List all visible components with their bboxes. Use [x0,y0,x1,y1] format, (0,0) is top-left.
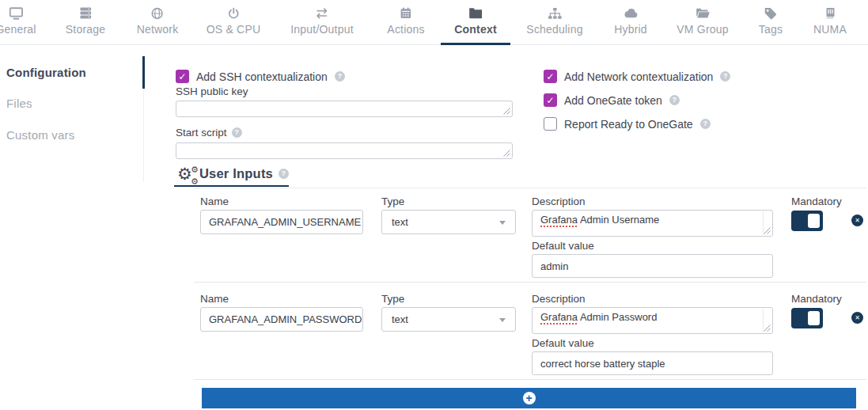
user-inputs-active-underline [174,185,289,187]
add-onegate-token-row: Add OneGate token [544,93,680,107]
default-value-input[interactable]: correct horse battery staple [532,351,773,375]
wizard-tab-bar: General Storage Network OS & CPU Input/O [0,0,868,45]
report-ready-label: Report Ready to OneGate [564,118,693,131]
description-rest: Admin Password [578,311,657,323]
tab-context[interactable]: Context [454,6,497,36]
description-textarea[interactable]: Grafana Admin Username [532,210,773,237]
default-value-input[interactable]: admin [532,254,773,278]
tab-label: Input/Output [290,23,353,36]
type-select[interactable]: text [381,210,516,234]
sidebar-item-configuration[interactable]: Configuration [6,66,86,79]
help-icon[interactable] [279,169,289,179]
user-inputs-title: User Inputs [199,166,289,181]
start-script-textarea[interactable] [176,142,513,159]
tab-storage[interactable]: Storage [66,6,105,36]
description-textarea[interactable]: Grafana Admin Password [532,307,773,334]
help-icon[interactable] [232,127,242,138]
add-onegate-checkbox[interactable] [544,93,557,107]
name-label: Name [200,293,229,305]
add-onegate-label: Add OneGate token [564,94,662,107]
exchange-arrows-icon [290,6,353,21]
toggle-knob [808,214,820,228]
power-icon [207,6,261,21]
type-label: Type [381,196,404,207]
sidebar-item-custom-vars[interactable]: Custom vars [6,128,74,142]
tab-network[interactable]: Network [137,6,179,36]
server-icon [66,6,105,21]
folder-open-icon [677,6,728,21]
sidebar-active-indicator [142,56,145,89]
name-value: GRAFANA_ADMIN_PASSWORD [209,313,362,325]
tab-scheduling[interactable]: Scheduling [526,6,582,36]
tab-label: Storage [66,23,105,36]
mandatory-toggle[interactable] [791,211,823,231]
mandatory-toggle[interactable] [791,308,823,328]
add-ssh-checkbox[interactable] [176,70,189,83]
default-value-label: Default value [532,240,594,252]
tab-actions[interactable]: Actions [387,6,424,36]
type-select[interactable]: text [381,307,516,332]
help-icon[interactable] [700,119,711,129]
add-ssh-contextualization-row: Add SSH contextualization [176,70,345,83]
start-script-label-text: Start script [176,127,227,139]
globe-icon [137,6,179,21]
sidebar-divider [143,89,144,182]
description-label: Description [532,196,586,207]
remove-input-button[interactable] [851,312,863,324]
help-icon[interactable] [720,71,730,82]
report-ready-row: Report Ready to OneGate [544,117,711,131]
sitemap-icon [526,6,582,21]
type-selected-value: text [392,216,408,228]
help-icon[interactable] [669,95,680,105]
add-network-checkbox[interactable] [544,70,557,83]
tab-numa[interactable]: NUMA [813,6,847,36]
add-ssh-label: Add SSH contextualization [196,70,328,83]
start-script-label: Start script [176,127,242,139]
resize-handle-icon[interactable] [764,325,771,332]
description-misspelled-word: Grafana [540,311,578,323]
vm-template-context-page: General Storage Network OS & CPU Input/O [0,0,868,410]
name-input[interactable]: GRAFANA_ADMIN_USERNAME [200,210,363,234]
calendar-icon [387,6,424,21]
tab-label: NUMA [813,23,847,36]
ssh-public-key-label: SSH public key [176,85,248,97]
tab-label: OS & CPU [207,23,261,36]
default-value-label: Default value [532,337,594,349]
tab-os-cpu[interactable]: OS & CPU [207,6,261,36]
type-label: Type [381,293,404,305]
chevron-down-icon [499,221,506,225]
plus-circle-icon [523,392,536,404]
description-rest: Admin Username [578,214,659,226]
tab-hybrid[interactable]: Hybrid [614,6,647,36]
chevron-down-icon [499,318,506,322]
user-input-row: Name GRAFANA_ADMIN_PASSWORD Type text De… [194,291,866,380]
default-value-text: correct horse battery staple [540,358,665,370]
folder-icon [454,6,497,21]
help-icon[interactable] [335,71,345,82]
description-misspelled-word: Grafana [540,214,578,226]
resize-handle-icon[interactable] [503,150,510,157]
type-selected-value: text [392,313,408,325]
user-input-row: Name GRAFANA_ADMIN_USERNAME Type text De… [194,194,866,283]
tab-general[interactable]: General [0,6,36,36]
sidebar-item-files[interactable]: Files [6,97,32,110]
report-ready-checkbox[interactable] [544,117,557,131]
default-value-text: admin [540,260,568,272]
resize-handle-icon[interactable] [764,227,771,234]
description-label: Description [532,293,586,305]
tab-input-output[interactable]: Input/Output [290,6,353,36]
tab-label: VM Group [677,23,728,36]
resize-handle-icon[interactable] [503,108,510,115]
tab-label: Hybrid [614,23,647,36]
tab-vm-group[interactable]: VM Group [677,6,728,36]
tab-label: Network [137,23,179,36]
tab-tags[interactable]: Tags [759,6,783,36]
name-input[interactable]: GRAFANA_ADMIN_PASSWORD [200,307,363,332]
remove-input-button[interactable] [851,214,863,226]
tab-label: Scheduling [526,23,582,36]
toggle-knob [808,311,820,325]
ssh-public-key-textarea[interactable] [176,101,513,117]
add-network-label: Add Network contextualization [564,70,713,83]
add-user-input-button[interactable] [202,388,856,408]
tab-label: Context [454,23,497,36]
